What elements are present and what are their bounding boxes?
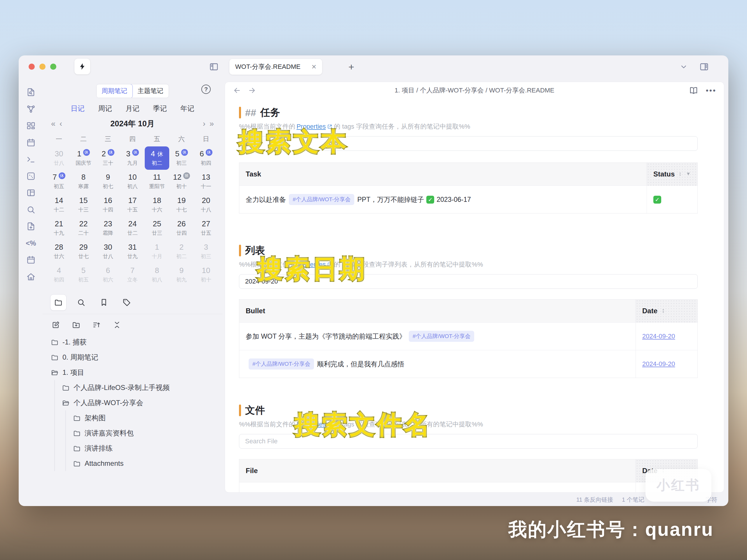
calendar-icon[interactable] <box>26 138 35 147</box>
calendar-day[interactable]: 14十二 <box>47 193 71 216</box>
calendar-day[interactable]: 4休初二 <box>145 146 169 170</box>
calendar-day[interactable]: 13十一 <box>194 170 218 193</box>
calendar-day[interactable]: 28廿六 <box>47 240 71 263</box>
calendar-day[interactable]: 21十九 <box>47 216 71 240</box>
calendar-day[interactable]: 9初九 <box>169 263 194 287</box>
column-header[interactable]: Bullet <box>239 299 636 322</box>
calendar-day[interactable]: 31廿九 <box>120 240 145 263</box>
tab-file-explorer[interactable] <box>50 294 67 311</box>
cards-icon[interactable] <box>26 121 35 130</box>
calendar-day[interactable]: 30廿八 <box>96 240 120 263</box>
calendar-day[interactable]: 26廿四 <box>169 216 194 240</box>
search-icon[interactable] <box>26 205 35 214</box>
tab-tags[interactable] <box>119 294 135 311</box>
new-note-icon[interactable] <box>51 321 60 329</box>
calendar-day[interactable]: 10初八 <box>120 170 145 193</box>
calendar-day[interactable]: 24廿二 <box>120 216 145 240</box>
mode-tab-active[interactable]: 周期笔记 <box>96 84 133 98</box>
prev-month-button[interactable]: ‹ <box>57 119 64 128</box>
breadcrumb[interactable]: 1. 项目 / 个人品牌-WOT-分享会 / WOT-分享会.README <box>394 86 555 95</box>
calendar-day[interactable]: 25廿三 <box>145 216 169 240</box>
tree-item[interactable]: 0. 周期笔记 <box>43 350 222 365</box>
mode-tab-inactive[interactable]: 主题笔记 <box>132 84 169 98</box>
calendar-day[interactable]: 10初十 <box>194 263 218 287</box>
forward-arrow-icon[interactable] <box>248 86 257 95</box>
minimize-window-button[interactable] <box>40 63 46 70</box>
calendar-day[interactable]: 18十六 <box>145 193 169 216</box>
period-tab[interactable]: 年记 <box>180 104 194 113</box>
tag-pill[interactable]: #个人品牌/WOT-分享会 <box>289 194 354 205</box>
file-search-icon[interactable] <box>26 87 35 97</box>
calendar-day[interactable]: 23霜降 <box>96 216 120 240</box>
calendar-day[interactable]: 27廿五 <box>194 216 218 240</box>
sortable-column-header[interactable]: Date <box>636 299 697 322</box>
date-link[interactable]: 2024-09-20 <box>642 360 675 368</box>
new-note-icon[interactable] <box>26 222 35 231</box>
calendar-day[interactable]: 20十八 <box>194 193 218 216</box>
back-arrow-icon[interactable] <box>233 86 241 95</box>
sort-triangles-icon[interactable] <box>660 308 666 314</box>
calendar-day[interactable]: 3休九月 <box>120 146 145 170</box>
tree-item[interactable]: Attachments <box>43 456 222 471</box>
prev-year-button[interactable]: « <box>49 119 57 128</box>
tab-search[interactable] <box>73 294 89 311</box>
filter-funnel-icon[interactable] <box>686 171 691 177</box>
random-note-icon[interactable] <box>26 171 35 181</box>
calendar-day[interactable]: 6休初四 <box>194 146 218 170</box>
calendar-day[interactable]: 7休初五 <box>47 170 71 193</box>
calendar-day[interactable]: 5初五 <box>71 263 96 287</box>
period-tab[interactable]: 日记 <box>71 104 85 113</box>
calendar-day[interactable]: 15十三 <box>71 193 96 216</box>
calendar-day[interactable]: 2初二 <box>169 240 194 263</box>
calendar-day[interactable]: 3初三 <box>194 240 218 263</box>
quick-action-button[interactable] <box>74 59 90 74</box>
tree-item[interactable]: 1. 项目 <box>43 365 222 380</box>
sort-order-icon[interactable] <box>92 321 101 329</box>
next-year-button[interactable]: » <box>207 119 216 128</box>
document-tab[interactable]: WOT-分享会.README × <box>229 59 322 75</box>
new-folder-icon[interactable] <box>72 321 80 329</box>
toggle-left-sidebar-icon[interactable] <box>209 62 219 72</box>
file-link[interactable]: 往届主题.md <box>246 492 284 493</box>
new-tab-button[interactable]: + <box>345 59 358 75</box>
calendar-day[interactable]: 2休三十 <box>96 146 120 170</box>
tree-item[interactable]: 个人品牌-WOT-分享会 <box>43 395 222 410</box>
calendar-day[interactable]: 29廿七 <box>71 240 96 263</box>
graph-icon[interactable] <box>26 104 35 114</box>
calendar-day[interactable]: 19十七 <box>169 193 194 216</box>
periodic-calendar-icon[interactable] <box>26 255 35 265</box>
calendar-day[interactable]: 5休初三 <box>169 146 194 170</box>
calendar-help-button[interactable]: ? <box>201 85 211 94</box>
calendar-day[interactable]: 1休国庆节 <box>71 146 96 170</box>
zoom-window-button[interactable] <box>50 63 56 70</box>
calendar-day[interactable]: 17十五 <box>120 193 145 216</box>
calendar-day[interactable]: 30廿八 <box>47 146 71 170</box>
chevron-down-icon[interactable] <box>679 62 688 71</box>
next-month-button[interactable]: › <box>201 119 207 128</box>
status-checkbox[interactable]: ✓ <box>653 196 661 204</box>
calendar-day[interactable]: 8初八 <box>145 263 169 287</box>
collapse-all-icon[interactable] <box>113 321 121 329</box>
date-link[interactable]: 2024-09-20 <box>642 332 675 340</box>
tag-pill[interactable]: #个人品牌/WOT-分享会 <box>249 358 314 370</box>
period-tab[interactable]: 月记 <box>126 104 139 113</box>
calendar-day[interactable]: 11重阳节 <box>145 170 169 193</box>
calendar-day[interactable]: 4初四 <box>47 263 71 287</box>
period-tab[interactable]: 周记 <box>98 104 112 113</box>
calendar-day[interactable]: 12班初十 <box>169 170 194 193</box>
calendar-day[interactable]: 22二十 <box>71 216 96 240</box>
tree-item[interactable]: 架构图 <box>43 410 222 426</box>
tree-item[interactable]: 演讲排练 <box>43 441 222 456</box>
more-options-icon[interactable]: ••• <box>706 86 716 95</box>
tree-item[interactable]: -1. 捕获 <box>43 335 222 350</box>
calendar-day[interactable]: 16十四 <box>96 193 120 216</box>
layout-icon[interactable] <box>26 188 35 197</box>
tab-bookmarks[interactable] <box>96 294 112 311</box>
sortable-column-header[interactable]: Status <box>647 163 697 186</box>
sort-triangles-icon[interactable] <box>677 170 683 178</box>
terminal-icon[interactable] <box>26 155 35 164</box>
tree-item[interactable]: 个人品牌-LifeOS-录制上手视频 <box>43 380 222 395</box>
calendar-day[interactable]: 9初七 <box>96 170 120 193</box>
column-header[interactable]: File <box>239 459 636 482</box>
period-tab[interactable]: 季记 <box>153 104 167 113</box>
